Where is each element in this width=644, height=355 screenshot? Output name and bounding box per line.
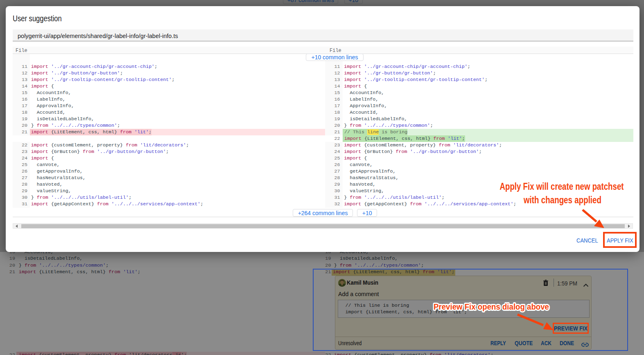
svg-text:Preview Fix opens dialog above: Preview Fix opens dialog above [434, 302, 549, 311]
svg-text:with changes applied: with changes applied [523, 194, 601, 205]
svg-text:Apply Fix will create new patc: Apply Fix will create new patchset [500, 181, 624, 192]
